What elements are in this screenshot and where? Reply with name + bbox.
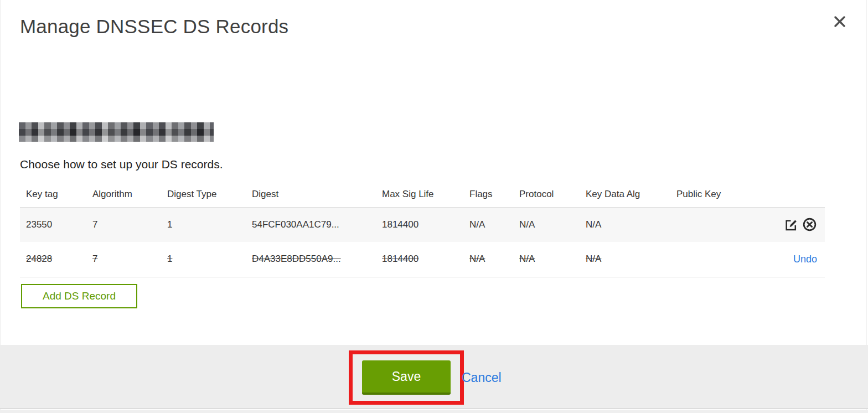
cell-key-data-alg: N/A [586,254,601,264]
dnssec-dialog: Manage DNSSEC DS Records Choose how to s… [0,0,868,413]
col-header-digest: Digest [246,182,376,207]
instruction-text: Choose how to set up your DS records. [20,158,223,171]
col-header-public-key: Public Key [670,182,763,207]
cell-algorithm: 7 [92,219,97,230]
close-button[interactable] [830,12,849,31]
page-title: Manage DNSSEC DS Records [20,16,288,38]
cell-flags: N/A [469,254,485,264]
col-header-flags: Flags [463,182,513,207]
table-row: 24828 7 1 D4A33E8DD550A9... 1814400 N/A … [20,242,825,277]
cell-key-data-alg: N/A [586,219,601,230]
undo-link[interactable]: Undo [793,254,817,265]
cell-algorithm: 7 [92,254,97,264]
cell-max-sig-life: 1814400 [382,254,418,264]
col-header-actions [763,182,825,207]
col-header-algorithm: Algorithm [86,182,161,207]
ds-records-table: Key tag Algorithm Digest Type Digest Max… [20,182,825,277]
cell-key-tag: 24828 [26,254,52,264]
table-row: 23550 7 1 54FCF030AA1C79... 1814400 N/A … [20,207,825,242]
delete-record-icon[interactable] [802,217,817,232]
cell-flags: N/A [469,219,485,230]
add-ds-record-button[interactable]: Add DS Record [21,284,137,308]
table-header-row: Key tag Algorithm Digest Type Digest Max… [20,182,825,207]
cell-max-sig-life: 1814400 [382,219,418,230]
redacted-domain-name [19,122,214,142]
cell-protocol: N/A [519,254,535,264]
cell-digest-type: 1 [167,254,172,264]
save-button[interactable]: Save [362,360,451,395]
col-header-max-sig-life: Max Sig Life [376,182,463,207]
close-icon [833,15,846,28]
annotation-highlight-box: Save [349,350,464,405]
col-header-key-tag: Key tag [20,182,86,207]
footer-actions: Save Cancel [349,350,502,405]
col-header-protocol: Protocol [513,182,580,207]
cell-protocol: N/A [519,219,535,230]
cell-key-tag: 23550 [26,219,52,230]
col-header-digest-type: Digest Type [161,182,246,207]
cell-digest-type: 1 [167,219,172,230]
cancel-link[interactable]: Cancel [462,370,502,385]
window-bottom-edge [0,410,868,413]
edit-record-icon[interactable] [784,218,798,231]
cell-digest: 54FCF030AA1C79... [252,219,339,230]
dialog-footer: Save Cancel [0,345,868,409]
col-header-key-data-alg: Key Data Alg [580,182,670,207]
cell-digest: D4A33E8DD550A9... [252,254,341,264]
